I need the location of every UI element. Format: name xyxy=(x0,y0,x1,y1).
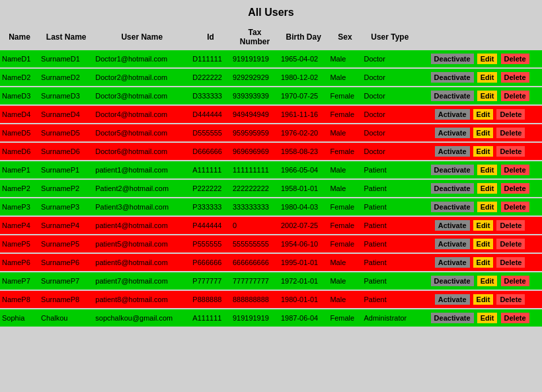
cell-birthday: 1958-01-01 xyxy=(279,179,328,198)
table-row: NameP1 SurnameP1 patient1@hotmail.com A1… xyxy=(0,161,542,179)
delete-button[interactable]: Delete xyxy=(501,276,529,286)
cell-lastname: SurnameP8 xyxy=(39,290,93,309)
activate-button[interactable]: Activate xyxy=(435,257,470,268)
deactivate-button[interactable]: Deactivate xyxy=(431,165,474,175)
cell-id: P333333 xyxy=(190,198,231,216)
cell-tax: 222222222 xyxy=(231,179,279,198)
table-row: NameD5 SurnameD5 Doctor5@hotmail.com D55… xyxy=(0,124,542,142)
cell-tax: 959595959 xyxy=(231,124,279,142)
cell-lastname: SurnameD6 xyxy=(39,142,93,161)
cell-sex: Male xyxy=(328,68,362,87)
cell-tax: 969696969 xyxy=(231,142,279,161)
cell-name: NameP1 xyxy=(0,161,39,179)
cell-actions: Deactivate Edit Delete xyxy=(418,272,542,290)
edit-button[interactable]: Edit xyxy=(477,202,498,212)
cell-username: Doctor3@hotmail.com xyxy=(93,87,190,105)
cell-id: P555555 xyxy=(190,235,231,253)
cell-birthday: 1954-06-10 xyxy=(279,235,328,253)
cell-name: NameD1 xyxy=(0,50,39,68)
deactivate-button[interactable]: Deactivate xyxy=(431,183,474,194)
edit-button[interactable]: Edit xyxy=(477,72,498,83)
edit-button[interactable]: Edit xyxy=(477,54,498,64)
activate-button[interactable]: Activate xyxy=(435,239,470,249)
delete-button[interactable]: Delete xyxy=(496,128,525,138)
delete-button[interactable]: Delete xyxy=(496,294,525,305)
deactivate-button[interactable]: Deactivate xyxy=(431,54,474,64)
activate-button[interactable]: Activate xyxy=(435,109,470,120)
edit-button[interactable]: Edit xyxy=(473,257,494,268)
cell-lastname: SurnameP4 xyxy=(39,216,93,235)
delete-button[interactable]: Delete xyxy=(496,257,525,268)
edit-button[interactable]: Edit xyxy=(477,183,498,194)
delete-button[interactable]: Delete xyxy=(496,146,525,157)
cell-birthday: 1987-06-04 xyxy=(279,309,328,327)
delete-button[interactable]: Delete xyxy=(496,220,525,231)
delete-button[interactable]: Delete xyxy=(501,54,529,64)
cell-sex: Male xyxy=(328,161,362,179)
cell-name: NameP6 xyxy=(0,253,39,272)
edit-button[interactable]: Edit xyxy=(473,294,494,305)
activate-button[interactable]: Activate xyxy=(435,128,470,138)
edit-button[interactable]: Edit xyxy=(477,165,498,175)
cell-username: Doctor5@hotmail.com xyxy=(93,124,190,142)
cell-sex: Male xyxy=(328,290,362,309)
cell-tax: 666666666 xyxy=(231,253,279,272)
cell-actions: Deactivate Edit Delete xyxy=(418,87,542,105)
cell-actions: Deactivate Edit Delete xyxy=(418,161,542,179)
cell-sex: Male xyxy=(328,253,362,272)
cell-birthday: 1972-01-01 xyxy=(279,272,328,290)
delete-button[interactable]: Delete xyxy=(501,91,529,101)
cell-name: NameD6 xyxy=(0,142,39,161)
deactivate-button[interactable]: Deactivate xyxy=(431,91,474,101)
cell-actions: Activate Edit Delete xyxy=(418,235,542,253)
cell-usertype: Patient xyxy=(362,253,418,272)
delete-button[interactable]: Delete xyxy=(501,313,529,323)
edit-button[interactable]: Edit xyxy=(473,146,494,157)
delete-button[interactable]: Delete xyxy=(501,183,529,194)
cell-tax: 333333333 xyxy=(231,198,279,216)
cell-username: patient1@hotmail.com xyxy=(93,161,190,179)
delete-button[interactable]: Delete xyxy=(496,239,525,249)
activate-button[interactable]: Activate xyxy=(435,146,470,157)
deactivate-button[interactable]: Deactivate xyxy=(431,276,474,286)
cell-tax: 919191919 xyxy=(231,50,279,68)
cell-name: NameP7 xyxy=(0,272,39,290)
deactivate-button[interactable]: Deactivate xyxy=(431,72,474,83)
edit-button[interactable]: Edit xyxy=(477,313,498,323)
cell-sex: Male xyxy=(328,179,362,198)
cell-sex: Female xyxy=(328,105,362,124)
edit-button[interactable]: Edit xyxy=(473,109,494,120)
cell-usertype: Patient xyxy=(362,290,418,309)
table-row: Sophia Chalkou sopchalkou@gmail.com A111… xyxy=(0,309,542,327)
edit-button[interactable]: Edit xyxy=(473,220,494,231)
edit-button[interactable]: Edit xyxy=(477,91,498,101)
col-name: Name xyxy=(0,24,39,50)
cell-lastname: SurnameP3 xyxy=(39,198,93,216)
delete-button[interactable]: Delete xyxy=(501,202,529,212)
cell-lastname: SurnameP5 xyxy=(39,235,93,253)
delete-button[interactable]: Delete xyxy=(501,165,529,175)
activate-button[interactable]: Activate xyxy=(435,294,470,305)
cell-id: P777777 xyxy=(190,272,231,290)
cell-username: sopchalkou@gmail.com xyxy=(93,309,190,327)
cell-actions: Activate Edit Delete xyxy=(418,105,542,124)
delete-button[interactable]: Delete xyxy=(496,109,525,120)
edit-button[interactable]: Edit xyxy=(473,128,494,138)
col-usertype: User Type xyxy=(362,24,418,50)
cell-id: P666666 xyxy=(190,253,231,272)
table-row: NameP2 SurnameP2 Patient2@hotmail.com P2… xyxy=(0,179,542,198)
activate-button[interactable]: Activate xyxy=(435,220,470,231)
delete-button[interactable]: Delete xyxy=(501,72,529,83)
cell-sex: Female xyxy=(328,235,362,253)
cell-id: A111111 xyxy=(190,161,231,179)
deactivate-button[interactable]: Deactivate xyxy=(431,202,474,212)
deactivate-button[interactable]: Deactivate xyxy=(431,313,474,323)
cell-tax: 777777777 xyxy=(231,272,279,290)
table-header: Name Last Name User Name Id TaxNumber Bi… xyxy=(0,24,542,50)
edit-button[interactable]: Edit xyxy=(477,276,498,286)
cell-username: Patient2@hotmail.com xyxy=(93,179,190,198)
cell-actions: Deactivate Edit Delete xyxy=(418,198,542,216)
edit-button[interactable]: Edit xyxy=(473,239,494,249)
cell-birthday: 1980-01-01 xyxy=(279,290,328,309)
cell-birthday: 1970-07-25 xyxy=(279,87,328,105)
